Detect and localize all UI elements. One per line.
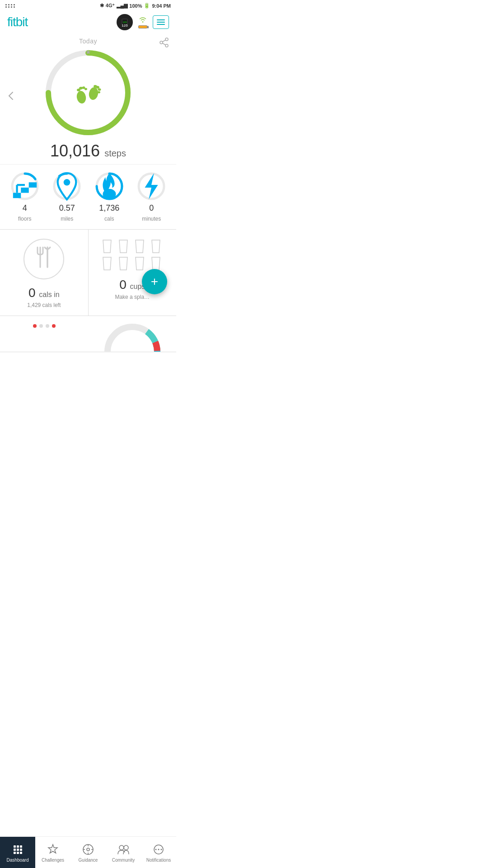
svg-point-4 xyxy=(165,38,168,41)
floors-circle xyxy=(10,172,39,201)
back-button[interactable] xyxy=(7,90,14,104)
partial-chart xyxy=(88,316,176,352)
svg-text:125: 125 xyxy=(122,21,127,24)
cals-stat[interactable]: 1,736 cals xyxy=(94,172,125,222)
floors-stat[interactable]: 4 floors xyxy=(9,172,41,222)
food-card[interactable]: 0 cals in 1,429 cals left xyxy=(0,230,89,316)
minutes-circle xyxy=(137,172,166,201)
network-indicator: 4G⁺ xyxy=(106,3,115,9)
plus-icon: + xyxy=(151,274,158,289)
water-glass-6 xyxy=(117,256,130,271)
device-battery-icon xyxy=(138,25,147,28)
svg-point-30 xyxy=(64,179,70,186)
page-indicator-dots xyxy=(0,316,88,328)
minutes-stat[interactable]: 0 minutes xyxy=(136,172,167,222)
food-icon-circle xyxy=(23,239,64,279)
svg-rect-23 xyxy=(13,193,21,198)
fitbit-logo: fitbit xyxy=(7,15,28,29)
today-section: Today ★ xyxy=(0,34,176,160)
dot-3 xyxy=(46,324,49,328)
sync-signal-icon xyxy=(136,16,149,28)
device-icon[interactable]: 125 xyxy=(117,14,133,30)
cals-label: cals xyxy=(104,216,114,222)
goal-star-icon: ★ xyxy=(85,48,91,56)
share-button[interactable] xyxy=(159,38,169,50)
water-glass-7 xyxy=(133,256,146,271)
miles-value: 0.57 xyxy=(59,203,75,213)
dot-4 xyxy=(52,324,56,328)
header-right: 125 xyxy=(117,14,169,30)
today-label: Today xyxy=(0,38,176,45)
water-glass-1 xyxy=(101,239,113,254)
water-glass-2 xyxy=(117,239,130,254)
steps-unit: steps xyxy=(104,148,126,158)
cals-value: 1,736 xyxy=(99,203,119,213)
stats-row: 4 floors 0.57 miles xyxy=(0,164,176,229)
water-subtext: Make a spla… xyxy=(115,294,150,300)
wifi-icon xyxy=(137,16,148,24)
steps-count: 10,016 steps xyxy=(0,142,176,160)
footprints-icon xyxy=(70,75,106,111)
minutes-label: minutes xyxy=(142,216,161,222)
steps-circle[interactable]: ★ xyxy=(43,47,133,138)
food-cals-left: 1,429 cals left xyxy=(27,302,61,308)
partial-content-row xyxy=(0,316,176,352)
water-glass-4 xyxy=(150,239,162,254)
menu-line-2 xyxy=(157,22,165,23)
svg-point-16 xyxy=(88,86,99,100)
battery-percent: 100% xyxy=(129,3,142,9)
add-fab-button[interactable]: + xyxy=(142,269,167,294)
water-glass-5 xyxy=(101,256,113,271)
miles-label: miles xyxy=(61,216,73,222)
svg-point-6 xyxy=(165,44,168,47)
floors-value: 4 xyxy=(23,203,27,213)
fork-knife-icon xyxy=(33,245,55,274)
water-cups-value: 0 cups xyxy=(119,278,145,292)
status-bar: ✱ 4G⁺ ▂▄▆ 100% 🔋 9:04 PM xyxy=(0,0,176,10)
status-right: ✱ 4G⁺ ▂▄▆ 100% 🔋 9:04 PM xyxy=(100,3,171,9)
svg-point-5 xyxy=(160,41,163,44)
signal-bars-icon: ▂▄▆ xyxy=(117,3,127,9)
header: fitbit 125 xyxy=(0,10,176,34)
svg-line-7 xyxy=(163,40,166,42)
dot-2 xyxy=(39,324,43,328)
menu-button[interactable] xyxy=(153,15,169,29)
food-cals-value: 0 cals in xyxy=(28,286,60,300)
bluetooth-icon: ✱ xyxy=(100,3,104,9)
svg-point-33 xyxy=(103,189,116,199)
notification-dots-icon xyxy=(5,4,14,8)
battery-icon: 🔋 xyxy=(144,3,150,9)
svg-marker-35 xyxy=(145,173,158,199)
svg-point-11 xyxy=(76,90,87,104)
steps-value: 10,016 xyxy=(50,142,100,160)
svg-rect-24 xyxy=(21,188,28,193)
dot-1 xyxy=(33,324,37,328)
svg-line-8 xyxy=(163,43,166,45)
svg-rect-25 xyxy=(28,182,36,188)
water-glass-3 xyxy=(133,239,146,254)
time-display: 9:04 PM xyxy=(152,3,171,9)
miles-circle xyxy=(52,172,81,201)
cals-circle xyxy=(95,172,124,201)
menu-line-1 xyxy=(157,19,165,20)
minutes-value: 0 xyxy=(149,203,154,213)
water-glasses-grid xyxy=(101,239,164,271)
floors-label: floors xyxy=(18,216,31,222)
miles-stat[interactable]: 0.57 miles xyxy=(51,172,83,222)
status-left xyxy=(5,4,97,8)
menu-line-3 xyxy=(157,24,165,25)
